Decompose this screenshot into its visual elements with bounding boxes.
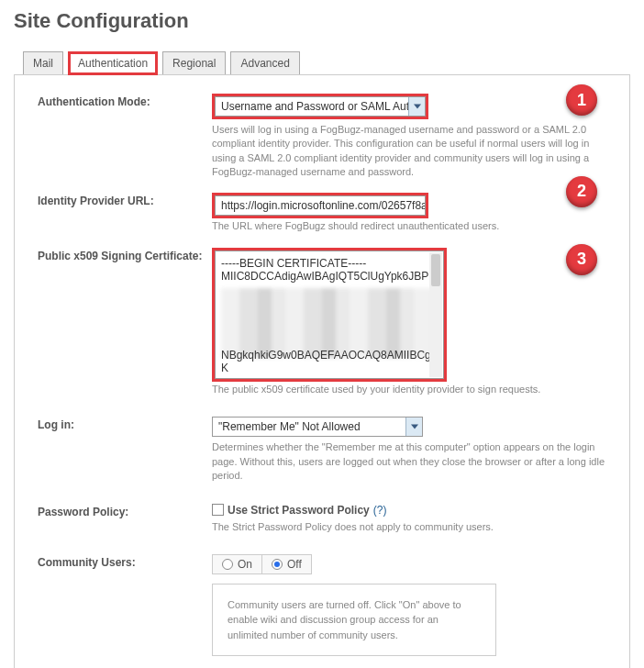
password-policy-label: Password Policy: — [38, 504, 212, 518]
cert-help: The public x509 certificate used by your… — [212, 383, 606, 396]
help-link[interactable]: (?) — [373, 504, 387, 517]
login-help: Determines whether the "Remember me at t… — [212, 440, 606, 483]
cert-redacted — [221, 288, 438, 358]
login-value: "Remember Me" Not Allowed — [218, 420, 361, 433]
cert-top-content: -----BEGIN CERTIFICATE----- MIIC8DCCAdig… — [221, 257, 438, 283]
community-off-option[interactable]: Off — [262, 555, 311, 573]
community-info: Community users are turned off. Click "O… — [212, 584, 496, 657]
strict-password-label: Use Strict Password Policy — [228, 504, 370, 517]
community-on-option[interactable]: On — [213, 555, 262, 573]
chevron-down-icon — [408, 97, 425, 116]
radio-icon — [222, 559, 233, 570]
idp-url-value: https://login.microsoftonline.com/02657f… — [221, 199, 426, 212]
scrollbar[interactable] — [429, 252, 442, 377]
config-panel: Authentication Mode: Username and Passwo… — [14, 74, 630, 668]
auth-mode-label: Authentication Mode: — [38, 94, 212, 108]
cert-label: Public x509 Signing Certificate: — [38, 248, 212, 262]
off-label: Off — [287, 558, 302, 571]
idp-url-label: Identity Provider URL: — [38, 193, 212, 207]
tab-regional[interactable]: Regional — [162, 51, 226, 75]
login-label: Log in: — [38, 417, 212, 431]
auth-mode-value: Username and Password or SAML Authentica… — [221, 100, 409, 113]
radio-checked-icon — [272, 559, 283, 570]
page-title: Site Configuration — [14, 9, 630, 33]
tab-mail[interactable]: Mail — [23, 51, 63, 75]
login-select[interactable]: "Remember Me" Not Allowed — [212, 417, 423, 437]
callout-1: 1 — [566, 84, 597, 116]
password-policy-help: The Strict Password Policy does not appl… — [212, 520, 606, 534]
chevron-down-icon — [405, 418, 422, 436]
tab-authentication[interactable]: Authentication — [68, 51, 158, 75]
idp-url-help: The URL where FogBugz should redirect un… — [212, 219, 606, 233]
auth-mode-select[interactable]: Username and Password or SAML Authentica… — [215, 96, 426, 117]
auth-mode-help: Users will log in using a FogBugz-manage… — [212, 123, 606, 180]
on-label: On — [238, 558, 252, 571]
cert-textarea[interactable]: -----BEGIN CERTIFICATE----- MIIC8DCCAdig… — [215, 250, 444, 379]
community-label: Community Users: — [38, 554, 212, 569]
tabs: Mail Authentication Regional Advanced — [23, 51, 630, 75]
community-toggle: On Off — [212, 554, 312, 574]
idp-url-input[interactable]: https://login.microsoftonline.com/02657f… — [215, 195, 426, 216]
callout-2: 2 — [566, 176, 597, 207]
strict-password-checkbox[interactable] — [212, 504, 224, 516]
cert-bottom-content: NBgkqhkiG9w0BAQEFAAOCAQ8AMIIBCgK — [221, 349, 438, 374]
tab-advanced[interactable]: Advanced — [230, 51, 299, 75]
callout-3: 3 — [566, 244, 597, 275]
